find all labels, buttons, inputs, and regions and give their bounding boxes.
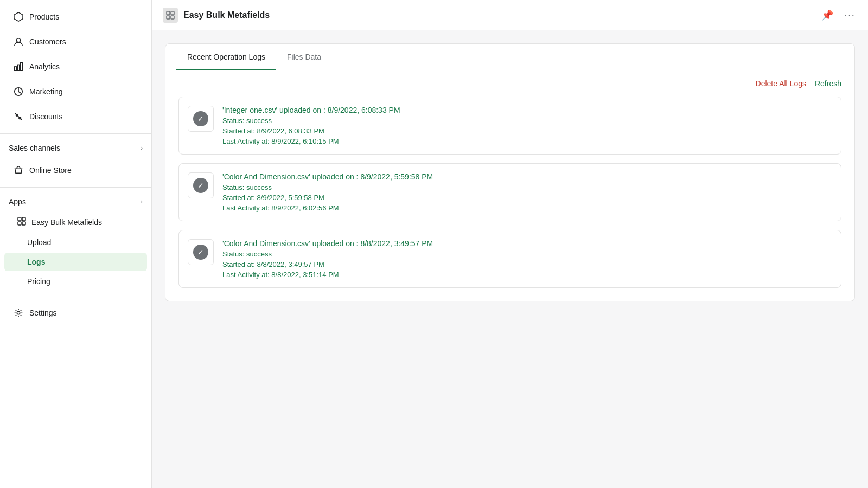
sidebar-item-marketing[interactable]: Marketing (4, 80, 147, 104)
sidebar-item-analytics-label: Analytics (29, 62, 60, 71)
tab-files-data-label: Files Data (287, 53, 321, 61)
log-item: ✓ 'Color And Dimension.csv' uploaded on … (178, 230, 841, 288)
upload-label: Upload (27, 238, 51, 247)
top-bar: Easy Bulk Metafields 📌 ··· (152, 0, 868, 30)
sidebar-item-online-store[interactable]: Online Store (4, 158, 147, 182)
svg-rect-2 (17, 65, 20, 70)
customers-icon (13, 36, 24, 47)
top-bar-right: 📌 ··· (819, 7, 857, 23)
log-icon-box: ✓ (188, 239, 214, 265)
logs-label: Logs (27, 258, 45, 266)
log-title: 'Integer one.csv' uploaded on : 8/9/2022… (222, 106, 400, 114)
log-last-activity: Last Activity at: 8/9/2022, 6:02:56 PM (222, 204, 433, 212)
log-started: Started at: 8/9/2022, 6:08:33 PM (222, 127, 400, 135)
sidebar: Products Customers Analytics (0, 0, 152, 488)
sidebar-item-products[interactable]: Products (4, 5, 147, 29)
log-content: 'Integer one.csv' uploaded on : 8/9/2022… (222, 106, 400, 145)
sidebar-sub-pricing[interactable]: Pricing (4, 272, 147, 291)
online-store-label: Online Store (29, 166, 72, 175)
tab-recent-logs-label: Recent Operation Logs (187, 53, 265, 61)
app-name-label: Easy Bulk Metafields (31, 218, 102, 227)
svg-point-9 (17, 311, 20, 314)
log-success-icon: ✓ (193, 178, 208, 193)
pin-icon[interactable]: 📌 (819, 7, 835, 23)
more-options-icon[interactable]: ··· (842, 7, 857, 23)
app-grid-icon (17, 217, 26, 227)
log-title: 'Color And Dimension.csv' uploaded on : … (222, 172, 433, 181)
tab-files-data[interactable]: Files Data (276, 44, 332, 70)
log-content: 'Color And Dimension.csv' uploaded on : … (222, 239, 433, 279)
svg-rect-11 (171, 11, 174, 15)
log-list: ✓ 'Integer one.csv' uploaded on : 8/9/20… (165, 97, 854, 301)
settings-label: Settings (29, 309, 57, 317)
app-icon-box (163, 8, 178, 23)
sales-channels-header[interactable]: Sales channels › (0, 138, 151, 158)
apps-header[interactable]: Apps › (0, 192, 151, 211)
svg-rect-10 (167, 11, 170, 15)
products-icon (13, 11, 24, 22)
sidebar-sub-upload[interactable]: Upload (4, 233, 147, 252)
sidebar-item-discounts-label: Discounts (29, 112, 62, 121)
tab-recent-logs[interactable]: Recent Operation Logs (176, 44, 276, 70)
log-status: Status: success (222, 250, 433, 258)
sidebar-item-customers-label: Customers (29, 37, 66, 46)
log-last-activity: Last Activity at: 8/8/2022, 3:51:14 PM (222, 271, 433, 279)
sidebar-item-settings[interactable]: Settings (4, 301, 147, 325)
main-card: Recent Operation Logs Files Data Delete … (165, 43, 855, 301)
sidebar-app-easy-bulk[interactable]: Easy Bulk Metafields (4, 212, 147, 232)
sales-channels-label: Sales channels (9, 144, 60, 152)
log-last-activity: Last Activity at: 8/9/2022, 6:10:15 PM (222, 137, 400, 145)
divider-2 (0, 187, 151, 188)
pricing-label: Pricing (27, 277, 50, 286)
log-icon-box: ✓ (188, 172, 214, 198)
sidebar-sub-logs[interactable]: Logs (4, 253, 147, 271)
refresh-button[interactable]: Refresh (815, 79, 841, 88)
sales-channels-chevron: › (141, 144, 143, 152)
svg-point-0 (16, 38, 20, 42)
logs-toolbar: Delete All Logs Refresh (165, 70, 854, 97)
sidebar-item-marketing-label: Marketing (29, 87, 62, 96)
svg-rect-3 (21, 63, 23, 70)
svg-rect-5 (18, 217, 21, 221)
log-success-icon: ✓ (193, 245, 208, 260)
main-content: Easy Bulk Metafields 📌 ··· Recent Operat… (152, 0, 868, 488)
log-item: ✓ 'Color And Dimension.csv' uploaded on … (178, 163, 841, 221)
log-started: Started at: 8/9/2022, 5:59:58 PM (222, 194, 433, 202)
svg-rect-12 (167, 16, 170, 19)
sidebar-item-customers[interactable]: Customers (4, 30, 147, 54)
settings-icon (13, 307, 24, 318)
tabs-bar: Recent Operation Logs Files Data (165, 44, 854, 70)
marketing-icon (13, 86, 24, 97)
svg-rect-7 (18, 222, 21, 225)
delete-all-logs-button[interactable]: Delete All Logs (756, 79, 806, 88)
page-title: Easy Bulk Metafields (183, 10, 270, 20)
svg-rect-6 (22, 217, 25, 221)
log-started: Started at: 8/8/2022, 3:49:57 PM (222, 260, 433, 268)
top-bar-left: Easy Bulk Metafields (163, 8, 270, 23)
sidebar-item-products-label: Products (29, 12, 59, 21)
log-title: 'Color And Dimension.csv' uploaded on : … (222, 239, 433, 248)
svg-rect-8 (22, 222, 25, 225)
discounts-icon (13, 111, 24, 122)
apps-label: Apps (9, 197, 26, 206)
online-store-icon (13, 165, 24, 176)
divider-1 (0, 133, 151, 134)
analytics-icon (13, 61, 24, 72)
log-success-icon: ✓ (193, 111, 208, 126)
svg-rect-1 (15, 67, 17, 70)
log-content: 'Color And Dimension.csv' uploaded on : … (222, 172, 433, 212)
log-icon-box: ✓ (188, 106, 214, 132)
sidebar-item-discounts[interactable]: Discounts (4, 105, 147, 129)
log-status: Status: success (222, 183, 433, 191)
app-box-icon (166, 11, 175, 20)
apps-chevron: › (141, 198, 143, 206)
sidebar-item-analytics[interactable]: Analytics (4, 55, 147, 79)
svg-rect-13 (171, 16, 174, 19)
divider-3 (0, 296, 151, 296)
log-item: ✓ 'Integer one.csv' uploaded on : 8/9/20… (178, 97, 841, 155)
log-status: Status: success (222, 117, 400, 125)
page-body: Recent Operation Logs Files Data Delete … (152, 30, 868, 488)
